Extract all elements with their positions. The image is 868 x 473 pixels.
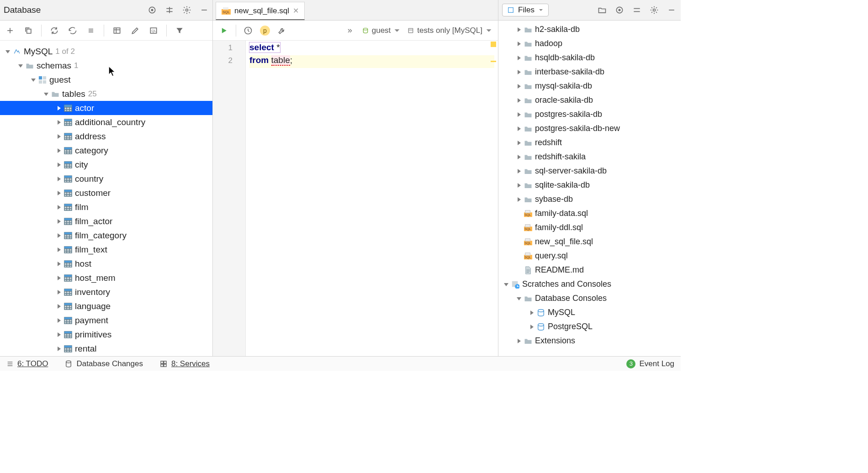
target-icon[interactable]	[614, 5, 625, 16]
session-selector[interactable]: guest	[362, 26, 401, 35]
table-node-address[interactable]: address	[0, 129, 212, 143]
minimize-icon[interactable]	[199, 5, 210, 16]
expand-arrow-icon[interactable]	[515, 84, 523, 89]
files-tree-item[interactable]: PostgreSQL	[498, 320, 681, 334]
table-node-rental[interactable]: rental	[0, 342, 212, 356]
copy-icon[interactable]	[23, 25, 34, 36]
expand-arrow-icon[interactable]	[55, 233, 63, 238]
files-tree-item[interactable]: SQLfamily-data.sql	[498, 206, 681, 221]
tables-node[interactable]: tables25	[0, 87, 212, 101]
table-node-city[interactable]: city	[0, 158, 212, 172]
expand-arrow-icon[interactable]	[502, 282, 510, 287]
table-node-payment[interactable]: payment	[0, 313, 212, 327]
files-tree-item[interactable]: Scratches and Consoles	[498, 277, 681, 291]
expand-arrow-icon[interactable]	[515, 183, 523, 188]
editor-tab[interactable]: SQL new_sql_file.sql ✕	[216, 2, 305, 20]
expand-arrow-icon[interactable]	[528, 324, 536, 330]
run-icon[interactable]	[218, 25, 229, 36]
table-node-category[interactable]: category	[0, 143, 212, 158]
expand-arrow-icon[interactable]	[16, 63, 25, 68]
overflow-icon[interactable]: »	[344, 25, 355, 36]
editor-code[interactable]: select *from table;	[246, 41, 498, 356]
files-tree-item[interactable]: postgres-sakila-db	[498, 107, 681, 121]
files-tree-item[interactable]: SQLnew_sql_file.sql	[498, 235, 681, 249]
files-tree-item[interactable]: hsqldb-sakila-db	[498, 51, 681, 65]
collapse-icon[interactable]	[164, 5, 175, 16]
expand-arrow-icon[interactable]	[515, 296, 523, 301]
run-config-selector[interactable]: tests only [MySQL]	[407, 26, 492, 35]
files-tree-item[interactable]: redshift	[498, 136, 681, 150]
edit-icon[interactable]	[130, 25, 141, 36]
table-node-film_actor[interactable]: film_actor	[0, 214, 212, 228]
history-icon[interactable]	[243, 25, 254, 36]
tab-close-icon[interactable]: ✕	[293, 6, 299, 15]
files-tree-item[interactable]: sql-server-sakila-db	[498, 164, 681, 178]
expand-arrow-icon[interactable]	[515, 168, 523, 174]
schema-node[interactable]: guest	[0, 73, 212, 87]
expand-arrow-icon[interactable]	[515, 41, 523, 47]
files-tree-item[interactable]: MySQL	[498, 305, 681, 320]
expand-arrow-icon[interactable]	[55, 275, 63, 281]
expand-arrow-icon[interactable]	[55, 120, 63, 125]
table-node-film[interactable]: film	[0, 200, 212, 214]
expand-arrow-icon[interactable]	[515, 98, 523, 103]
expand-arrow-icon[interactable]	[55, 134, 63, 139]
expand-arrow-icon[interactable]	[55, 332, 63, 337]
files-tree-item[interactable]: sqlite-sakila-db	[498, 178, 681, 192]
filter-icon[interactable]	[174, 25, 185, 36]
minimize-icon[interactable]	[666, 5, 677, 16]
expand-arrow-icon[interactable]	[55, 346, 63, 352]
expand-arrow-icon[interactable]	[515, 338, 523, 344]
expand-arrow-icon[interactable]	[515, 27, 523, 32]
expand-arrow-icon[interactable]	[55, 289, 63, 295]
status-event-log[interactable]: 3 Event Log	[626, 359, 674, 368]
table-view-icon[interactable]	[111, 25, 122, 36]
expand-arrow-icon[interactable]	[42, 91, 50, 97]
files-tree-item[interactable]: SQLfamily-ddl.sql	[498, 221, 681, 235]
target-icon[interactable]	[147, 5, 158, 16]
expand-arrow-icon[interactable]	[515, 69, 523, 75]
files-tree-item[interactable]: Extensions	[498, 334, 681, 348]
code-line[interactable]: select *	[249, 42, 494, 55]
table-node-host[interactable]: host	[0, 257, 212, 271]
expand-arrow-icon[interactable]	[4, 49, 12, 54]
p-button[interactable]: p	[260, 26, 270, 36]
warning-marker[interactable]	[491, 61, 496, 62]
expand-arrow-icon[interactable]	[515, 140, 523, 146]
code-editor[interactable]: 12 select *from table;	[213, 41, 498, 356]
settings-icon[interactable]	[649, 5, 660, 16]
files-tree-item[interactable]: h2-sakila-db	[498, 22, 681, 37]
expand-arrow-icon[interactable]	[55, 261, 63, 267]
expand-arrow-icon[interactable]	[528, 310, 536, 315]
warning-marker[interactable]	[491, 42, 496, 47]
stop-icon[interactable]	[85, 25, 96, 36]
table-node-inventory[interactable]: inventory	[0, 285, 212, 299]
wrench-icon[interactable]	[276, 25, 287, 36]
settings-icon[interactable]	[181, 5, 192, 16]
files-tree-item[interactable]: interbase-sakila-db	[498, 65, 681, 79]
files-tree-item[interactable]: redshift-sakila	[498, 150, 681, 164]
ql-icon[interactable]: QL	[148, 25, 159, 36]
add-icon[interactable]	[5, 25, 16, 36]
files-tree[interactable]: h2-sakila-dbhadoophsqldb-sakila-dbinterb…	[498, 21, 681, 356]
database-tree[interactable]: MySQL1 of 2schemas1guesttables25actoradd…	[0, 41, 212, 356]
expand-arrow-icon[interactable]	[55, 304, 63, 309]
files-tree-item[interactable]: mysql-sakila-db	[498, 79, 681, 93]
collapse-icon[interactable]	[631, 5, 642, 16]
table-node-language[interactable]: language	[0, 299, 212, 313]
expand-arrow-icon[interactable]	[515, 126, 523, 131]
expand-arrow-icon[interactable]	[55, 219, 63, 224]
files-tree-item[interactable]: README.md	[498, 263, 681, 277]
expand-arrow-icon[interactable]	[29, 77, 37, 83]
table-node-country[interactable]: country	[0, 172, 212, 186]
expand-arrow-icon[interactable]	[55, 105, 63, 111]
table-node-film_text[interactable]: film_text	[0, 242, 212, 257]
expand-arrow-icon[interactable]	[515, 112, 523, 117]
table-node-additional_country[interactable]: additional_country	[0, 115, 212, 129]
files-tree-item[interactable]: SQLquery.sql	[498, 249, 681, 263]
status-todo[interactable]: 6: TODO	[6, 359, 48, 368]
status-db-changes[interactable]: Database Changes	[64, 359, 143, 368]
files-tree-item[interactable]: hadoop	[498, 37, 681, 51]
table-node-film_category[interactable]: film_category	[0, 228, 212, 242]
expand-arrow-icon[interactable]	[55, 162, 63, 168]
